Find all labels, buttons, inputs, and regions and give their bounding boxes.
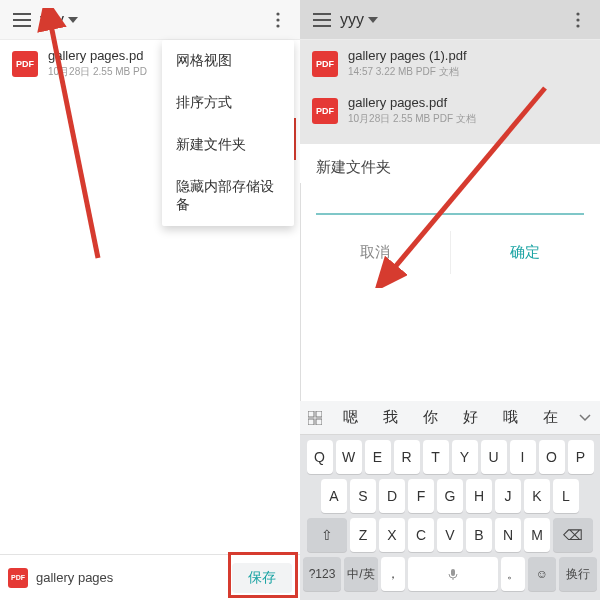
key-z[interactable]: Z xyxy=(350,518,376,552)
file-meta: 10月28日 2.55 MB PD xyxy=(48,65,147,79)
svg-point-4 xyxy=(576,12,579,15)
candidate[interactable]: 好 xyxy=(450,408,490,427)
key-emoji[interactable]: ☺ xyxy=(528,557,556,591)
file-meta: 14:57 3.22 MB PDF 文档 xyxy=(348,65,467,79)
bottom-filename: gallery pages xyxy=(36,570,232,585)
key-l[interactable]: L xyxy=(553,479,579,513)
toolbar-right: yyy xyxy=(300,0,600,40)
candidate[interactable]: 我 xyxy=(370,408,410,427)
candidate-bar: 嗯 我 你 好 哦 在 xyxy=(300,401,600,435)
key-n[interactable]: N xyxy=(495,518,521,552)
key-o[interactable]: O xyxy=(539,440,565,474)
key-c[interactable]: C xyxy=(408,518,434,552)
toolbar-left: yyy xyxy=(0,0,300,40)
key-q[interactable]: Q xyxy=(307,440,333,474)
pdf-icon: PDF xyxy=(312,51,338,77)
hamburger-icon[interactable] xyxy=(8,6,36,34)
candidate[interactable]: 嗯 xyxy=(330,408,370,427)
svg-point-0 xyxy=(276,12,279,15)
candidates-expand-icon[interactable] xyxy=(570,414,600,422)
file-item[interactable]: PDF gallery pages (1).pdf 14:57 3.22 MB … xyxy=(300,40,600,87)
soft-keyboard: 嗯 我 你 好 哦 在 Q W E R T Y U I xyxy=(300,401,600,600)
file-item[interactable]: PDF gallery pages.pdf 10月28日 2.55 MB PDF… xyxy=(300,87,600,134)
key-backspace[interactable]: ⌫ xyxy=(553,518,593,552)
key-y[interactable]: Y xyxy=(452,440,478,474)
key-shift[interactable]: ⇧ xyxy=(307,518,347,552)
key-d[interactable]: D xyxy=(379,479,405,513)
pdf-icon: PDF xyxy=(8,568,28,588)
svg-point-6 xyxy=(576,24,579,27)
file-name: gallery pages.pd xyxy=(48,48,147,63)
pdf-icon: PDF xyxy=(12,51,38,77)
key-k[interactable]: K xyxy=(524,479,550,513)
key-f[interactable]: F xyxy=(408,479,434,513)
menu-grid-view[interactable]: 网格视图 xyxy=(162,40,294,82)
dialog-buttons: 取消 确定 xyxy=(300,231,600,274)
file-name: gallery pages (1).pdf xyxy=(348,48,467,63)
menu-hide-internal[interactable]: 隐藏内部存储设备 xyxy=(162,166,294,226)
key-language[interactable]: 中/英 xyxy=(344,557,378,591)
file-meta: 10月28日 2.55 MB PDF 文档 xyxy=(348,112,476,126)
key-r[interactable]: R xyxy=(394,440,420,474)
menu-new-folder[interactable]: 新建文件夹 xyxy=(162,124,294,166)
svg-rect-9 xyxy=(316,411,322,417)
candidate[interactable]: 在 xyxy=(530,408,570,427)
candidates-grid-icon[interactable] xyxy=(300,411,330,425)
svg-point-5 xyxy=(576,18,579,21)
overflow-icon[interactable] xyxy=(264,6,292,34)
key-g[interactable]: G xyxy=(437,479,463,513)
key-v[interactable]: V xyxy=(437,518,463,552)
key-u[interactable]: U xyxy=(481,440,507,474)
svg-rect-8 xyxy=(308,411,314,417)
chevron-down-icon xyxy=(368,17,378,23)
svg-point-1 xyxy=(276,18,279,21)
candidate[interactable]: 哦 xyxy=(490,408,530,427)
folder-name-input[interactable] xyxy=(316,189,584,215)
save-button[interactable]: 保存 xyxy=(232,563,292,593)
left-pane: yyy PDF gallery pages.pd 10月28日 2.55 MB … xyxy=(0,0,300,600)
file-name: gallery pages.pdf xyxy=(348,95,476,110)
overflow-menu: 网格视图 排序方式 新建文件夹 隐藏内部存储设备 xyxy=(162,40,294,226)
dialog-title: 新建文件夹 xyxy=(300,144,600,183)
mic-icon xyxy=(446,567,460,581)
confirm-button[interactable]: 确定 xyxy=(451,231,601,274)
chevron-down-icon xyxy=(68,17,78,23)
key-a[interactable]: A xyxy=(321,479,347,513)
key-t[interactable]: T xyxy=(423,440,449,474)
key-m[interactable]: M xyxy=(524,518,550,552)
key-p[interactable]: P xyxy=(568,440,594,474)
hamburger-icon[interactable] xyxy=(308,6,336,34)
key-space[interactable] xyxy=(408,557,498,591)
folder-title: yyy xyxy=(340,11,364,29)
key-w[interactable]: W xyxy=(336,440,362,474)
key-comma[interactable]: ， xyxy=(381,557,405,591)
pdf-icon: PDF xyxy=(312,98,338,124)
key-x[interactable]: X xyxy=(379,518,405,552)
folder-title: yyy xyxy=(40,11,64,29)
candidate[interactable]: 你 xyxy=(410,408,450,427)
menu-sort-by[interactable]: 排序方式 xyxy=(162,82,294,124)
right-pane: yyy PDF gallery pages (1).pdf 14:57 3.22… xyxy=(300,0,600,600)
key-b[interactable]: B xyxy=(466,518,492,552)
overflow-icon[interactable] xyxy=(564,6,592,34)
svg-rect-10 xyxy=(308,419,314,425)
svg-rect-12 xyxy=(451,569,455,576)
key-j[interactable]: J xyxy=(495,479,521,513)
key-period[interactable]: 。 xyxy=(501,557,525,591)
key-numeric[interactable]: ?123 xyxy=(303,557,341,591)
key-s[interactable]: S xyxy=(350,479,376,513)
folder-title-dropdown[interactable]: yyy xyxy=(340,11,378,29)
key-enter[interactable]: 换行 xyxy=(559,557,597,591)
key-e[interactable]: E xyxy=(365,440,391,474)
svg-point-2 xyxy=(276,24,279,27)
bottom-bar: PDF gallery pages 保存 xyxy=(0,554,300,600)
key-h[interactable]: H xyxy=(466,479,492,513)
svg-rect-11 xyxy=(316,419,322,425)
key-i[interactable]: I xyxy=(510,440,536,474)
folder-title-dropdown[interactable]: yyy xyxy=(40,11,78,29)
cancel-button[interactable]: 取消 xyxy=(300,231,451,274)
